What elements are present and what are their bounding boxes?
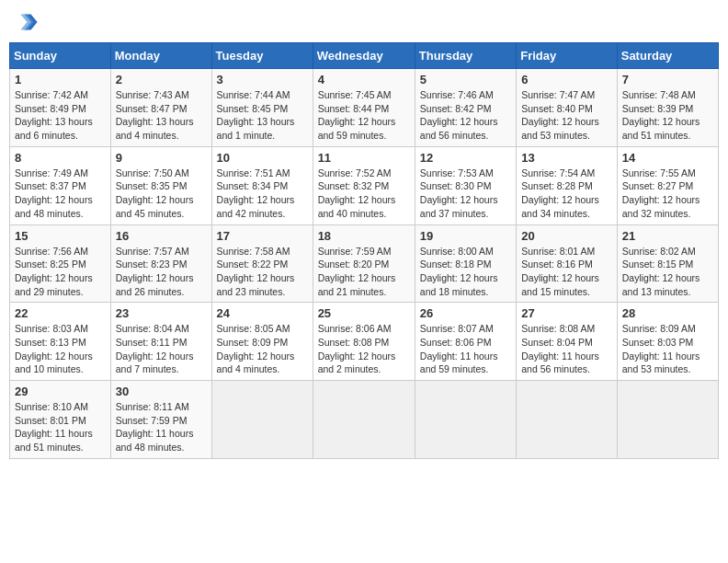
day-info: Sunrise: 7:51 AM Sunset: 8:34 PM Dayligh… bbox=[217, 167, 308, 221]
calendar-cell: 2Sunrise: 7:43 AM Sunset: 8:47 PM Daylig… bbox=[110, 69, 211, 147]
calendar-week-row: 15Sunrise: 7:56 AM Sunset: 8:25 PM Dayli… bbox=[10, 224, 719, 303]
day-info: Sunrise: 7:50 AM Sunset: 8:35 PM Dayligh… bbox=[116, 167, 207, 221]
calendar-cell: 16Sunrise: 7:57 AM Sunset: 8:23 PM Dayli… bbox=[110, 224, 211, 303]
day-number: 21 bbox=[622, 229, 713, 243]
calendar-cell: 3Sunrise: 7:44 AM Sunset: 8:45 PM Daylig… bbox=[211, 69, 313, 147]
day-number: 24 bbox=[217, 306, 308, 320]
calendar-cell: 19Sunrise: 8:00 AM Sunset: 8:18 PM Dayli… bbox=[415, 224, 516, 303]
day-info: Sunrise: 8:04 AM Sunset: 8:11 PM Dayligh… bbox=[116, 322, 207, 376]
weekday-header: Tuesday bbox=[211, 43, 313, 69]
day-info: Sunrise: 7:47 AM Sunset: 8:40 PM Dayligh… bbox=[521, 88, 612, 143]
calendar-cell bbox=[313, 381, 415, 459]
day-number: 28 bbox=[622, 306, 713, 320]
calendar-cell: 1Sunrise: 7:42 AM Sunset: 8:49 PM Daylig… bbox=[10, 69, 111, 147]
day-info: Sunrise: 8:02 AM Sunset: 8:15 PM Dayligh… bbox=[622, 245, 713, 299]
calendar-cell bbox=[617, 381, 718, 459]
day-info: Sunrise: 7:57 AM Sunset: 8:23 PM Dayligh… bbox=[116, 245, 207, 299]
weekday-header: Sunday bbox=[10, 43, 111, 69]
calendar-cell: 5Sunrise: 7:46 AM Sunset: 8:42 PM Daylig… bbox=[415, 69, 516, 147]
logo bbox=[13, 9, 42, 35]
day-number: 3 bbox=[217, 73, 308, 86]
day-number: 10 bbox=[217, 151, 308, 165]
day-info: Sunrise: 7:55 AM Sunset: 8:27 PM Dayligh… bbox=[622, 167, 713, 221]
page-header bbox=[9, 9, 719, 35]
day-number: 27 bbox=[521, 306, 612, 320]
calendar-cell: 15Sunrise: 7:56 AM Sunset: 8:25 PM Dayli… bbox=[10, 224, 111, 303]
weekday-header: Monday bbox=[110, 43, 211, 69]
calendar-cell: 6Sunrise: 7:47 AM Sunset: 8:40 PM Daylig… bbox=[517, 69, 618, 147]
day-info: Sunrise: 8:05 AM Sunset: 8:09 PM Dayligh… bbox=[217, 322, 308, 376]
day-number: 15 bbox=[15, 229, 106, 243]
logo-icon bbox=[13, 9, 39, 35]
calendar-cell: 20Sunrise: 8:01 AM Sunset: 8:16 PM Dayli… bbox=[517, 224, 618, 303]
day-info: Sunrise: 8:10 AM Sunset: 8:01 PM Dayligh… bbox=[15, 400, 106, 454]
day-number: 9 bbox=[116, 151, 207, 165]
day-info: Sunrise: 8:01 AM Sunset: 8:16 PM Dayligh… bbox=[521, 245, 612, 299]
day-info: Sunrise: 8:03 AM Sunset: 8:13 PM Dayligh… bbox=[15, 322, 106, 376]
day-info: Sunrise: 7:45 AM Sunset: 8:44 PM Dayligh… bbox=[318, 88, 410, 143]
day-number: 6 bbox=[521, 73, 612, 86]
day-info: Sunrise: 8:07 AM Sunset: 8:06 PM Dayligh… bbox=[420, 322, 511, 376]
calendar-cell: 23Sunrise: 8:04 AM Sunset: 8:11 PM Dayli… bbox=[110, 303, 211, 381]
calendar-cell: 12Sunrise: 7:53 AM Sunset: 8:30 PM Dayli… bbox=[415, 146, 516, 224]
calendar-cell: 17Sunrise: 7:58 AM Sunset: 8:22 PM Dayli… bbox=[211, 224, 313, 303]
day-info: Sunrise: 8:09 AM Sunset: 8:03 PM Dayligh… bbox=[622, 322, 713, 376]
day-number: 12 bbox=[420, 151, 511, 165]
calendar-cell bbox=[415, 381, 516, 459]
weekday-header: Friday bbox=[517, 43, 618, 69]
calendar-cell: 26Sunrise: 8:07 AM Sunset: 8:06 PM Dayli… bbox=[415, 303, 516, 381]
weekday-header: Saturday bbox=[617, 43, 718, 69]
day-number: 11 bbox=[318, 151, 410, 165]
day-info: Sunrise: 7:42 AM Sunset: 8:49 PM Dayligh… bbox=[15, 88, 106, 143]
day-number: 18 bbox=[318, 229, 410, 243]
calendar-week-row: 22Sunrise: 8:03 AM Sunset: 8:13 PM Dayli… bbox=[10, 303, 719, 381]
calendar-cell: 24Sunrise: 8:05 AM Sunset: 8:09 PM Dayli… bbox=[211, 303, 313, 381]
day-info: Sunrise: 8:06 AM Sunset: 8:08 PM Dayligh… bbox=[318, 322, 410, 376]
day-number: 1 bbox=[15, 73, 106, 86]
weekday-header: Thursday bbox=[415, 43, 516, 69]
calendar-cell: 7Sunrise: 7:48 AM Sunset: 8:39 PM Daylig… bbox=[617, 69, 718, 147]
day-number: 4 bbox=[318, 73, 410, 86]
calendar-cell: 22Sunrise: 8:03 AM Sunset: 8:13 PM Dayli… bbox=[10, 303, 111, 381]
calendar-cell: 25Sunrise: 8:06 AM Sunset: 8:08 PM Dayli… bbox=[313, 303, 415, 381]
calendar-table: SundayMondayTuesdayWednesdayThursdayFrid… bbox=[9, 42, 719, 459]
day-number: 13 bbox=[521, 151, 612, 165]
day-info: Sunrise: 7:49 AM Sunset: 8:37 PM Dayligh… bbox=[15, 167, 106, 221]
day-number: 2 bbox=[116, 73, 207, 86]
calendar-cell: 14Sunrise: 7:55 AM Sunset: 8:27 PM Dayli… bbox=[617, 146, 718, 224]
day-info: Sunrise: 7:53 AM Sunset: 8:30 PM Dayligh… bbox=[420, 167, 511, 221]
day-number: 19 bbox=[420, 229, 511, 243]
calendar-header-row: SundayMondayTuesdayWednesdayThursdayFrid… bbox=[10, 43, 719, 69]
calendar-cell bbox=[517, 381, 618, 459]
day-info: Sunrise: 7:54 AM Sunset: 8:28 PM Dayligh… bbox=[521, 167, 612, 221]
day-info: Sunrise: 8:11 AM Sunset: 7:59 PM Dayligh… bbox=[116, 400, 207, 454]
day-info: Sunrise: 7:56 AM Sunset: 8:25 PM Dayligh… bbox=[15, 245, 106, 299]
day-number: 20 bbox=[521, 229, 612, 243]
calendar-cell: 27Sunrise: 8:08 AM Sunset: 8:04 PM Dayli… bbox=[517, 303, 618, 381]
day-number: 22 bbox=[15, 306, 106, 320]
calendar-cell: 4Sunrise: 7:45 AM Sunset: 8:44 PM Daylig… bbox=[313, 69, 415, 147]
day-info: Sunrise: 8:00 AM Sunset: 8:18 PM Dayligh… bbox=[420, 245, 511, 299]
day-info: Sunrise: 7:44 AM Sunset: 8:45 PM Dayligh… bbox=[217, 88, 308, 143]
calendar-cell: 10Sunrise: 7:51 AM Sunset: 8:34 PM Dayli… bbox=[211, 146, 313, 224]
day-number: 17 bbox=[217, 229, 308, 243]
calendar-cell: 28Sunrise: 8:09 AM Sunset: 8:03 PM Dayli… bbox=[617, 303, 718, 381]
weekday-header: Wednesday bbox=[313, 43, 415, 69]
calendar-cell: 11Sunrise: 7:52 AM Sunset: 8:32 PM Dayli… bbox=[313, 146, 415, 224]
day-info: Sunrise: 7:58 AM Sunset: 8:22 PM Dayligh… bbox=[217, 245, 308, 299]
calendar-cell bbox=[211, 381, 313, 459]
calendar-week-row: 29Sunrise: 8:10 AM Sunset: 8:01 PM Dayli… bbox=[10, 381, 719, 459]
calendar-cell: 8Sunrise: 7:49 AM Sunset: 8:37 PM Daylig… bbox=[10, 146, 111, 224]
calendar-cell: 21Sunrise: 8:02 AM Sunset: 8:15 PM Dayli… bbox=[617, 224, 718, 303]
day-number: 26 bbox=[420, 306, 511, 320]
day-number: 5 bbox=[420, 73, 511, 86]
day-number: 16 bbox=[116, 229, 207, 243]
day-number: 30 bbox=[116, 385, 207, 398]
day-number: 29 bbox=[15, 385, 106, 398]
day-number: 23 bbox=[116, 306, 207, 320]
day-info: Sunrise: 7:59 AM Sunset: 8:20 PM Dayligh… bbox=[318, 245, 410, 299]
day-info: Sunrise: 7:43 AM Sunset: 8:47 PM Dayligh… bbox=[116, 88, 207, 143]
calendar-cell: 30Sunrise: 8:11 AM Sunset: 7:59 PM Dayli… bbox=[110, 381, 211, 459]
calendar-week-row: 8Sunrise: 7:49 AM Sunset: 8:37 PM Daylig… bbox=[10, 146, 719, 224]
calendar-cell: 18Sunrise: 7:59 AM Sunset: 8:20 PM Dayli… bbox=[313, 224, 415, 303]
